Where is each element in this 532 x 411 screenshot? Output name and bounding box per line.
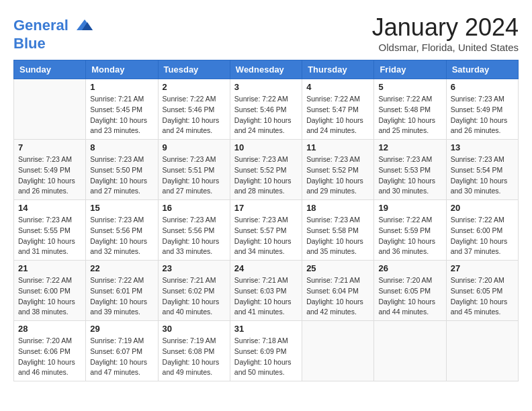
day-number: 12: [378, 142, 441, 152]
calendar-cell: 31Sunrise: 7:18 AMSunset: 6:09 PMDayligh…: [230, 321, 302, 381]
day-info: Sunrise: 7:23 AMSunset: 5:53 PMDaylight:…: [378, 154, 441, 197]
day-number: 7: [18, 142, 81, 152]
calendar-body: 1Sunrise: 7:21 AMSunset: 5:45 PMDaylight…: [14, 79, 519, 381]
day-number: 3: [234, 82, 298, 92]
day-number: 21: [18, 263, 81, 273]
day-info: Sunrise: 7:22 AMSunset: 6:00 PMDaylight:…: [451, 215, 514, 257]
day-info: Sunrise: 7:23 AMSunset: 5:57 PMDaylight:…: [234, 215, 298, 257]
calendar-week-4: 21Sunrise: 7:22 AMSunset: 6:00 PMDayligh…: [14, 261, 519, 321]
location-title: Oldsmar, Florida, United States: [372, 42, 519, 53]
day-info: Sunrise: 7:23 AMSunset: 5:52 PMDaylight:…: [234, 154, 298, 197]
calendar-cell: 13Sunrise: 7:23 AMSunset: 5:54 PMDayligh…: [446, 140, 518, 200]
calendar-cell: [14, 79, 86, 140]
calendar-cell: 10Sunrise: 7:23 AMSunset: 5:52 PMDayligh…: [230, 140, 302, 200]
calendar-cell: 6Sunrise: 7:23 AMSunset: 5:49 PMDaylight…: [446, 79, 518, 140]
day-number: 11: [306, 142, 369, 152]
day-number: 8: [90, 142, 153, 152]
day-info: Sunrise: 7:22 AMSunset: 5:59 PMDaylight:…: [378, 215, 441, 257]
day-header-wednesday: Wednesday: [230, 60, 302, 79]
day-info: Sunrise: 7:23 AMSunset: 5:55 PMDaylight:…: [18, 215, 81, 257]
day-number: 20: [451, 203, 514, 213]
calendar-cell: 11Sunrise: 7:23 AMSunset: 5:52 PMDayligh…: [302, 140, 374, 200]
day-number: 16: [163, 203, 226, 213]
calendar-cell: 22Sunrise: 7:22 AMSunset: 6:01 PMDayligh…: [86, 261, 158, 321]
day-number: 4: [306, 82, 369, 92]
day-header-monday: Monday: [86, 60, 158, 79]
day-info: Sunrise: 7:21 AMSunset: 6:02 PMDaylight:…: [163, 275, 226, 318]
calendar-week-1: 1Sunrise: 7:21 AMSunset: 5:45 PMDaylight…: [14, 79, 519, 140]
calendar-cell: 23Sunrise: 7:21 AMSunset: 6:02 PMDayligh…: [158, 261, 230, 321]
calendar-week-3: 14Sunrise: 7:23 AMSunset: 5:55 PMDayligh…: [14, 200, 519, 261]
calendar-cell: 16Sunrise: 7:23 AMSunset: 5:56 PMDayligh…: [158, 200, 230, 261]
calendar-cell: 30Sunrise: 7:19 AMSunset: 6:08 PMDayligh…: [158, 321, 230, 381]
day-info: Sunrise: 7:22 AMSunset: 6:01 PMDaylight:…: [90, 275, 153, 318]
day-number: 14: [18, 203, 81, 213]
calendar-cell: 15Sunrise: 7:23 AMSunset: 5:56 PMDayligh…: [86, 200, 158, 261]
day-info: Sunrise: 7:22 AMSunset: 5:46 PMDaylight:…: [234, 94, 298, 136]
day-info: Sunrise: 7:23 AMSunset: 5:54 PMDaylight:…: [451, 154, 514, 197]
day-number: 13: [451, 142, 514, 152]
day-info: Sunrise: 7:21 AMSunset: 6:04 PMDaylight:…: [306, 275, 369, 318]
calendar-cell: [446, 321, 518, 381]
day-number: 1: [90, 82, 153, 92]
day-number: 26: [378, 263, 441, 273]
day-info: Sunrise: 7:22 AMSunset: 5:48 PMDaylight:…: [378, 94, 441, 136]
calendar-cell: 19Sunrise: 7:22 AMSunset: 5:59 PMDayligh…: [374, 200, 446, 261]
day-info: Sunrise: 7:19 AMSunset: 6:08 PMDaylight:…: [163, 336, 226, 378]
calendar-table: SundayMondayTuesdayWednesdayThursdayFrid…: [13, 60, 519, 381]
day-header-friday: Friday: [374, 60, 446, 79]
calendar-cell: 14Sunrise: 7:23 AMSunset: 5:55 PMDayligh…: [14, 200, 86, 261]
day-number: 9: [163, 142, 226, 152]
day-number: 23: [163, 263, 226, 273]
day-number: 31: [234, 324, 298, 334]
day-info: Sunrise: 7:23 AMSunset: 5:49 PMDaylight:…: [18, 154, 81, 197]
day-number: 22: [90, 263, 153, 273]
logo-text2: Blue: [13, 36, 95, 52]
day-info: Sunrise: 7:23 AMSunset: 5:56 PMDaylight:…: [90, 215, 153, 257]
calendar-week-2: 7Sunrise: 7:23 AMSunset: 5:49 PMDaylight…: [14, 140, 519, 200]
day-number: 29: [90, 324, 153, 334]
day-number: 6: [451, 82, 514, 92]
day-info: Sunrise: 7:20 AMSunset: 6:06 PMDaylight:…: [18, 336, 81, 378]
day-number: 15: [90, 203, 153, 213]
day-number: 24: [234, 263, 298, 273]
day-info: Sunrise: 7:21 AMSunset: 6:03 PMDaylight:…: [234, 275, 298, 318]
day-info: Sunrise: 7:23 AMSunset: 5:52 PMDaylight:…: [306, 154, 369, 197]
calendar-cell: 26Sunrise: 7:20 AMSunset: 6:05 PMDayligh…: [374, 261, 446, 321]
calendar-cell: 8Sunrise: 7:23 AMSunset: 5:50 PMDaylight…: [86, 140, 158, 200]
calendar-cell: 12Sunrise: 7:23 AMSunset: 5:53 PMDayligh…: [374, 140, 446, 200]
month-title: January 2024: [372, 13, 519, 42]
calendar-cell: 18Sunrise: 7:23 AMSunset: 5:58 PMDayligh…: [302, 200, 374, 261]
calendar-cell: 3Sunrise: 7:22 AMSunset: 5:46 PMDaylight…: [230, 79, 302, 140]
day-number: 5: [378, 82, 441, 92]
day-info: Sunrise: 7:21 AMSunset: 5:45 PMDaylight:…: [90, 94, 153, 136]
calendar-cell: 7Sunrise: 7:23 AMSunset: 5:49 PMDaylight…: [14, 140, 86, 200]
day-info: Sunrise: 7:22 AMSunset: 6:00 PMDaylight:…: [18, 275, 81, 318]
calendar-cell: 2Sunrise: 7:22 AMSunset: 5:46 PMDaylight…: [158, 79, 230, 140]
day-info: Sunrise: 7:18 AMSunset: 6:09 PMDaylight:…: [234, 336, 298, 378]
day-info: Sunrise: 7:23 AMSunset: 5:56 PMDaylight:…: [163, 215, 226, 257]
calendar-cell: 20Sunrise: 7:22 AMSunset: 6:00 PMDayligh…: [446, 200, 518, 261]
calendar-cell: 4Sunrise: 7:22 AMSunset: 5:47 PMDaylight…: [302, 79, 374, 140]
logo: General Blue: [13, 17, 95, 52]
day-info: Sunrise: 7:23 AMSunset: 5:50 PMDaylight:…: [90, 154, 153, 197]
day-info: Sunrise: 7:23 AMSunset: 5:51 PMDaylight:…: [163, 154, 226, 197]
day-info: Sunrise: 7:19 AMSunset: 6:07 PMDaylight:…: [90, 336, 153, 378]
calendar-cell: 1Sunrise: 7:21 AMSunset: 5:45 PMDaylight…: [86, 79, 158, 140]
calendar-cell: 29Sunrise: 7:19 AMSunset: 6:07 PMDayligh…: [86, 321, 158, 381]
day-header-tuesday: Tuesday: [158, 60, 230, 79]
logo-text: General: [13, 17, 95, 36]
calendar-cell: 25Sunrise: 7:21 AMSunset: 6:04 PMDayligh…: [302, 261, 374, 321]
calendar-header-row: SundayMondayTuesdayWednesdayThursdayFrid…: [14, 60, 519, 79]
calendar-week-5: 28Sunrise: 7:20 AMSunset: 6:06 PMDayligh…: [14, 321, 519, 381]
day-number: 25: [306, 263, 369, 273]
day-info: Sunrise: 7:20 AMSunset: 6:05 PMDaylight:…: [378, 275, 441, 318]
day-info: Sunrise: 7:20 AMSunset: 6:05 PMDaylight:…: [451, 275, 514, 318]
calendar-cell: 24Sunrise: 7:21 AMSunset: 6:03 PMDayligh…: [230, 261, 302, 321]
day-info: Sunrise: 7:22 AMSunset: 5:47 PMDaylight:…: [306, 94, 369, 136]
day-number: 30: [163, 324, 226, 334]
day-number: 28: [18, 324, 81, 334]
title-area: January 2024 Oldsmar, Florida, United St…: [372, 13, 519, 53]
day-info: Sunrise: 7:22 AMSunset: 5:46 PMDaylight:…: [163, 94, 226, 136]
page-header: General Blue January 2024 Oldsmar, Flori…: [13, 13, 519, 53]
